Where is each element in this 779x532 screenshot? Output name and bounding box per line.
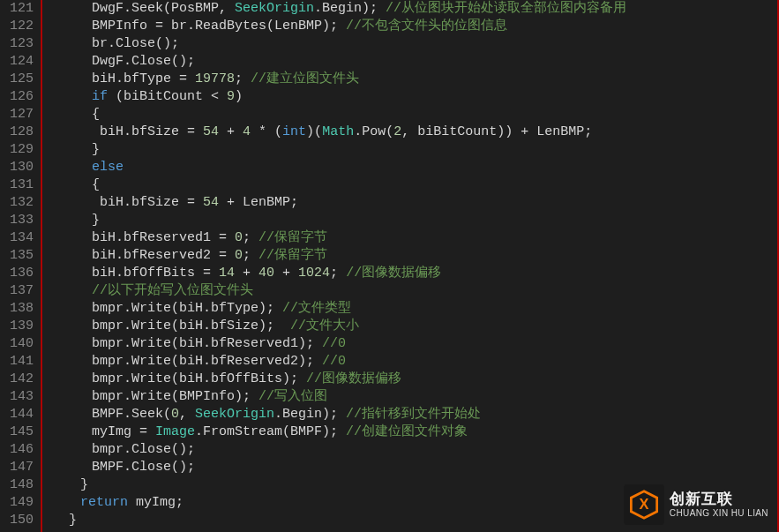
code-token: DwgF.Close(); (92, 54, 195, 69)
code-line[interactable]: BMPInfo = br.ReadBytes(LenBMP); //不包含文件头… (46, 18, 777, 35)
code-token: //从位图块开始处读取全部位图内容备用 (386, 1, 626, 16)
line-number: 126 (0, 88, 41, 106)
code-token: , biBitCount)) + LenBMP; (401, 124, 592, 139)
code-token: 40 (258, 266, 274, 281)
code-token: bmpr.Write(biH.bfType); (92, 301, 282, 316)
code-token: + (235, 266, 258, 281)
code-line[interactable]: return myImg; (46, 494, 777, 512)
code-token: 4 (243, 124, 251, 139)
code-line[interactable]: } (46, 476, 777, 494)
line-number: 137 (0, 282, 41, 300)
code-line[interactable]: else (46, 159, 777, 176)
code-token: //0 (322, 354, 346, 369)
code-token: Image (155, 424, 195, 439)
code-line[interactable]: bmpr.Write(biH.bfReserved2); //0 (46, 353, 777, 371)
line-number: 138 (0, 300, 41, 318)
code-line[interactable]: //以下开始写入位图文件头 (46, 282, 777, 300)
code-token: BMPInfo = br.ReadBytes(LenBMP); (92, 19, 346, 34)
code-token: Math (322, 124, 354, 139)
code-token: } (92, 142, 100, 157)
code-token: //写入位图 (258, 389, 327, 404)
code-token: } (69, 513, 77, 528)
code-line[interactable]: br.Close(); (46, 35, 777, 53)
code-token: ; (243, 230, 258, 245)
line-number: 139 (0, 318, 41, 335)
code-token: , (179, 407, 195, 422)
code-token: bmpr.Write(BMPInfo); (92, 389, 258, 404)
code-token: biH.bfReserved2 = (92, 248, 235, 263)
code-token: DwgF.Seek(PosBMP, (92, 1, 235, 16)
code-token: //文件类型 (282, 301, 351, 316)
code-token: bmpr.Write(biH.bfReserved1); (92, 336, 322, 351)
code-token: ; (235, 71, 251, 86)
code-token: ) (235, 89, 243, 104)
code-line[interactable]: myImg = Image.FromStream(BMPF); //创建位图文件… (46, 423, 777, 441)
code-token: { (92, 177, 100, 192)
code-line[interactable]: biH.bfReserved2 = 0; //保留字节 (46, 247, 777, 265)
code-line[interactable]: BMPF.Close(); (46, 459, 777, 476)
code-token: //建立位图文件头 (251, 71, 359, 86)
code-token: 14 (219, 266, 235, 281)
code-token: //不包含文件头的位图信息 (346, 19, 507, 34)
code-line[interactable]: } (46, 212, 777, 229)
code-line[interactable]: bmpr.Close(); (46, 441, 777, 459)
line-number: 125 (0, 71, 41, 88)
code-area[interactable]: DwgF.Seek(PosBMP, SeekOrigin.Begin); //从… (42, 0, 779, 532)
code-line[interactable]: biH.bfSize = 54 + 4 * (int)(Math.Pow(2, … (46, 124, 777, 141)
code-token: ; (330, 266, 346, 281)
code-token: .FromStream(BMPF); (195, 424, 346, 439)
code-token: //保留字节 (258, 248, 327, 263)
code-token: BMPF.Close(); (92, 460, 195, 475)
line-number: 127 (0, 106, 41, 124)
code-token: 19778 (195, 71, 235, 86)
code-token: bmpr.Write(biH.bfReserved2); (92, 354, 322, 369)
line-number: 136 (0, 265, 41, 282)
line-number: 135 (0, 247, 41, 265)
line-number: 142 (0, 371, 41, 388)
code-token: .Begin); (314, 1, 386, 16)
code-line[interactable]: bmpr.Write(biH.bfReserved1); //0 (46, 335, 777, 353)
code-token: biH.bfOffBits = (92, 266, 219, 281)
code-line[interactable]: bmpr.Write(biH.bfSize); //文件大小 (46, 318, 777, 335)
code-token: if (92, 89, 108, 104)
line-number: 121 (0, 0, 41, 18)
code-line[interactable]: biH.bfOffBits = 14 + 40 + 1024; //图像数据偏移 (46, 265, 777, 282)
code-token: (biBitCount < (108, 89, 227, 104)
code-line[interactable]: } (46, 512, 777, 529)
code-token: SeekOrigin (195, 407, 274, 422)
code-line[interactable]: BMPF.Seek(0, SeekOrigin.Begin); //指针移到文件… (46, 406, 777, 423)
code-line[interactable]: biH.bfSize = 54 + LenBMP; (46, 194, 777, 212)
code-line[interactable]: bmpr.Write(biH.bfOffBits); //图像数据偏移 (46, 371, 777, 388)
code-token: 54 (203, 124, 219, 139)
line-number: 150 (0, 512, 41, 529)
code-line[interactable]: biH.bfReserved1 = 0; //保留字节 (46, 229, 777, 247)
code-token: 0 (171, 407, 179, 422)
code-token: biH.bfSize = (92, 195, 203, 210)
code-token: biH.bfType = (92, 71, 195, 86)
code-line[interactable]: biH.bfType = 19778; //建立位图文件头 (46, 71, 777, 88)
code-token: return (80, 495, 128, 510)
code-line[interactable]: bmpr.Write(biH.bfType); //文件类型 (46, 300, 777, 318)
code-token: br.Close(); (92, 36, 179, 51)
code-token: } (92, 213, 100, 228)
line-number: 143 (0, 388, 41, 406)
line-number: 147 (0, 459, 41, 476)
line-number: 131 (0, 176, 41, 194)
code-line[interactable]: { (46, 176, 777, 194)
line-number: 123 (0, 35, 41, 53)
code-token: //图像数据偏移 (346, 266, 441, 281)
code-token: 0 (235, 230, 243, 245)
code-token: else (92, 160, 124, 175)
code-token: //文件大小 (290, 318, 359, 333)
code-token: //指针移到文件开始处 (346, 407, 481, 422)
code-line[interactable]: DwgF.Seek(PosBMP, SeekOrigin.Begin); //从… (46, 0, 777, 18)
code-token: //以下开始写入位图文件头 (92, 283, 253, 298)
code-line[interactable]: DwgF.Close(); (46, 53, 777, 71)
code-line[interactable]: if (biBitCount < 9) (46, 88, 777, 106)
code-line[interactable]: { (46, 106, 777, 124)
line-number: 146 (0, 441, 41, 459)
code-line[interactable]: bmpr.Write(BMPInfo); //写入位图 (46, 388, 777, 406)
code-token: 9 (227, 89, 235, 104)
code-token: * ( (251, 124, 282, 139)
code-line[interactable]: } (46, 141, 777, 159)
